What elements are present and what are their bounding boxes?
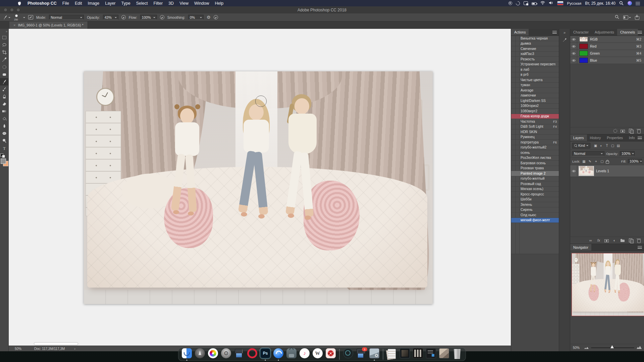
menu-image[interactable]: Image (88, 1, 100, 6)
tab-layers[interactable]: Layers (570, 134, 587, 141)
siri-icon[interactable] (628, 1, 632, 5)
action-item[interactable]: хайПас3 (511, 52, 559, 57)
spot-healing-tool[interactable] (0, 63, 9, 71)
dock-itunes[interactable] (299, 348, 310, 360)
zoom-in-icon[interactable] (637, 345, 641, 350)
dock-control-panel[interactable] (426, 348, 436, 360)
dock-backpack[interactable] (286, 348, 297, 360)
tab-channels[interactable]: Channels (617, 29, 638, 36)
notification-center-icon[interactable] (636, 2, 640, 5)
minimize-window-button[interactable] (10, 8, 14, 12)
layer-fill-field[interactable]: 100% (628, 159, 642, 164)
pressure-size-icon[interactable] (214, 15, 218, 19)
tab-actions[interactable]: Actions (511, 29, 529, 36)
save-selection-icon[interactable] (621, 130, 625, 133)
creative-cloud-icon[interactable] (515, 0, 521, 6)
dock-trash[interactable] (452, 348, 463, 360)
action-item[interactable]: в лаб (511, 67, 559, 72)
action-item[interactable]: Резкость (511, 57, 559, 62)
action-item[interactable]: Average (511, 88, 559, 93)
dodge-tool[interactable] (0, 137, 9, 144)
flow-dropdown[interactable]: 100% (140, 15, 157, 20)
lock-artboard-icon[interactable]: ▢ (600, 160, 604, 163)
document-tab[interactable]: × IMG_9660-1 @ 50% (Levels 1, RGB/16) * (9, 21, 88, 29)
shape-layer-filter-icon[interactable]: ▢ (610, 144, 615, 147)
channel-visibility-icon[interactable] (570, 36, 577, 43)
menu-type[interactable]: Type (121, 1, 130, 6)
patch-tool[interactable] (0, 71, 9, 78)
workspace-switcher[interactable] (623, 15, 631, 19)
keyboard-lock-icon[interactable] (524, 1, 528, 5)
marquee-tool[interactable] (0, 34, 9, 41)
type-layer-filter-icon[interactable]: T (605, 144, 609, 147)
dock-opera[interactable] (247, 348, 258, 360)
dock-launchpad[interactable] (195, 348, 205, 360)
lasso-tool[interactable] (0, 41, 9, 49)
menu-select[interactable]: Select (136, 1, 148, 6)
menu-help[interactable]: Help (215, 1, 224, 6)
action-item[interactable]: дымка (511, 41, 559, 47)
menu-filter[interactable]: Filter (153, 1, 163, 6)
action-item[interactable]: Зелень (511, 202, 559, 207)
navigator-thumbnail[interactable] (572, 253, 644, 316)
toggle-brush-panel-icon[interactable] (28, 15, 33, 19)
action-item[interactable]: D&B Soft LightF4 (511, 124, 559, 130)
zoom-window-button[interactable] (16, 8, 20, 12)
dock-messenger[interactable] (273, 348, 284, 360)
channel-row[interactable]: RGB⌘2 (570, 36, 644, 43)
lock-transparency-icon[interactable]: ▦ (582, 160, 586, 163)
mixer-brush-tool[interactable] (0, 85, 9, 93)
dock-camera-capture[interactable]: 3 (356, 348, 367, 360)
layer-name[interactable]: Levels 1 (596, 169, 609, 173)
channel-row[interactable]: Green⌘4 (570, 50, 644, 57)
paint-bucket-tool[interactable] (0, 115, 9, 122)
pixel-layer-filter-icon[interactable]: ▣ (593, 144, 598, 147)
dock-w-notes[interactable]: W (312, 348, 323, 360)
dock-image-window[interactable] (399, 348, 410, 360)
action-item[interactable]: голубо-желтый2 (511, 145, 559, 150)
action-item[interactable]: 1080гориз2 (511, 104, 559, 109)
eyedropper-panel-icon[interactable] (562, 38, 567, 44)
eyedropper-tool[interactable] (0, 56, 9, 63)
action-item[interactable]: Румянец (511, 135, 559, 140)
dock-shutter[interactable] (325, 348, 336, 360)
action-item[interactable]: Свечение (511, 46, 559, 52)
tab-character[interactable]: Character (570, 29, 592, 36)
delete-channel-icon[interactable] (636, 128, 641, 133)
zoom-out-icon[interactable] (584, 345, 589, 350)
eraser-tool[interactable] (0, 100, 9, 108)
panel-menu-icon[interactable] (638, 136, 642, 139)
action-item[interactable]: лампочки (511, 93, 559, 99)
tab-adjustments[interactable]: Adjustments (592, 29, 617, 36)
search-icon[interactable] (615, 15, 619, 20)
adjustment-layer-filter-icon[interactable]: ◐ (599, 144, 603, 147)
action-item[interactable]: Сирень (511, 207, 559, 213)
action-item[interactable]: мягкий фиол-желт (511, 218, 559, 223)
photo-document[interactable] (580, 37, 588, 42)
menu-edit[interactable]: Edit (75, 1, 82, 6)
dock-photo-viewer[interactable] (369, 348, 380, 360)
lock-position-icon[interactable]: + (594, 160, 598, 163)
action-item[interactable]: Шебби (511, 197, 559, 202)
zoom-level-value[interactable]: 50% (15, 347, 21, 351)
tab-properties[interactable]: Properties (604, 134, 626, 141)
input-language-flag[interactable] (557, 1, 564, 5)
action-item[interactable]: Light/Darken SS (511, 98, 559, 104)
channel-visibility-icon[interactable] (570, 50, 577, 57)
action-item[interactable]: в ргб (511, 72, 559, 78)
dock-photoshop[interactable]: Ps (260, 348, 271, 360)
action-item[interactable]: Олд ньюс (511, 213, 559, 218)
new-layer-icon[interactable] (628, 238, 633, 243)
adjustment-layer-icon[interactable] (612, 238, 617, 243)
action-item[interactable]: Глаза колор додж (511, 114, 559, 119)
layer-opacity-field[interactable]: 100% (620, 151, 635, 156)
airbrush-icon[interactable] (160, 15, 164, 19)
sponge-tool[interactable] (0, 130, 9, 137)
gradient-tool[interactable] (0, 108, 9, 115)
action-item[interactable]: голубо-желтый (511, 176, 559, 182)
channel-row[interactable]: Red⌘3 (570, 43, 644, 50)
dock-system-preferences[interactable] (221, 348, 231, 360)
smart-object-filter-icon[interactable]: ▤ (616, 144, 621, 147)
record-icon[interactable] (508, 1, 512, 5)
menu-view[interactable]: View (179, 1, 189, 6)
